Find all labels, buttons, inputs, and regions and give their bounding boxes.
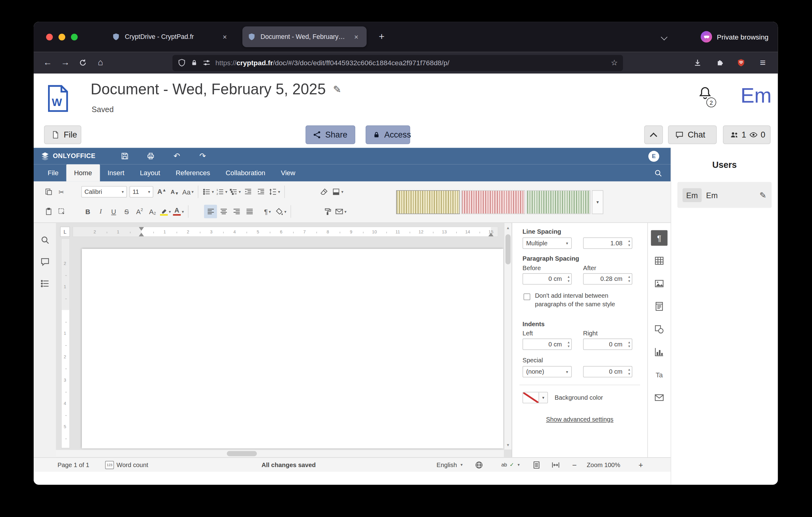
paragraph-shading-button[interactable]: ▾: [331, 185, 345, 198]
superscript-button[interactable]: A2: [133, 205, 146, 218]
numbering-button[interactable]: 12▾: [215, 185, 228, 198]
forward-button[interactable]: →: [56, 55, 74, 71]
vertical-ruler[interactable]: 21123456: [61, 239, 70, 449]
horizontal-scrollbar-thumb[interactable]: [227, 451, 257, 456]
page-indicator[interactable]: Page 1 of 1: [58, 458, 89, 472]
nonprinting-characters-button[interactable]: ¶▾: [261, 205, 274, 218]
mail-merge-settings-tab[interactable]: [651, 390, 668, 406]
menu-tab-layout[interactable]: Layout: [132, 164, 168, 182]
word-count-button[interactable]: 123Word count: [105, 458, 148, 472]
spell-check-toggle[interactable]: ab✓▾: [501, 458, 520, 472]
shading-fill-button[interactable]: ▾: [274, 205, 287, 218]
menu-tab-home[interactable]: Home: [66, 164, 100, 182]
bullets-button[interactable]: ▾: [201, 185, 215, 198]
downloads-button[interactable]: [689, 55, 706, 71]
font-color-button[interactable]: A▾: [172, 205, 185, 218]
increase-font-button[interactable]: A▲: [155, 185, 168, 198]
mail-merge-button[interactable]: ▾: [334, 205, 348, 218]
style-preview-heading[interactable]: [526, 190, 590, 214]
editor-user-avatar[interactable]: E: [648, 151, 659, 162]
spin-down-icon[interactable]: ▼: [628, 279, 631, 283]
scroll-down-icon[interactable]: ▼: [504, 441, 512, 448]
cut-button[interactable]: ✂: [55, 185, 68, 198]
zoom-level[interactable]: Zoom 100%: [587, 458, 620, 472]
new-tab-button[interactable]: +: [374, 29, 389, 45]
tab-cryptdrive[interactable]: CryptDrive - CryptPad.fr ×: [107, 26, 235, 47]
spin-up-icon[interactable]: ▲: [567, 340, 570, 344]
scroll-up-icon[interactable]: ▲: [504, 224, 512, 231]
url-text[interactable]: https://cryptpad.fr/doc/#/3/doc/edit/ff0…: [215, 59, 606, 66]
menu-tab-insert[interactable]: Insert: [100, 164, 132, 182]
chevron-down-icon[interactable]: ▾: [539, 392, 547, 403]
account-avatar[interactable]: Em: [741, 84, 772, 107]
line-spacing-button[interactable]: ▾: [268, 185, 281, 198]
maximize-window-button[interactable]: [71, 33, 78, 40]
align-center-button[interactable]: [217, 205, 230, 218]
increase-indent-button[interactable]: [255, 185, 268, 198]
presence-counters[interactable]: 1 0: [723, 126, 771, 144]
document-language-globe-icon[interactable]: [475, 458, 483, 472]
justify-button[interactable]: [243, 205, 256, 218]
share-button[interactable]: Share: [306, 126, 355, 144]
image-settings-tab[interactable]: [651, 276, 668, 291]
underline-button[interactable]: U: [107, 205, 120, 218]
spin-down-icon[interactable]: ▼: [567, 344, 570, 349]
spin-up-icon[interactable]: ▲: [628, 239, 631, 243]
align-left-button[interactable]: [204, 205, 217, 218]
copy-button[interactable]: [42, 185, 55, 198]
extensions-puzzle-icon[interactable]: [710, 55, 728, 71]
back-button[interactable]: ←: [39, 55, 57, 71]
advanced-settings-link[interactable]: Show advanced settings: [512, 416, 647, 423]
permissions-icon[interactable]: [203, 58, 211, 67]
zoom-out-button[interactable]: −: [572, 458, 577, 472]
spin-up-icon[interactable]: ▲: [628, 368, 631, 372]
menu-hamburger-icon[interactable]: ≡: [754, 55, 772, 71]
redo-icon[interactable]: ↷: [197, 151, 208, 162]
menu-tab-collaboration[interactable]: Collaboration: [218, 164, 273, 182]
style-preview-normal[interactable]: [396, 190, 460, 214]
horizontal-scrollbar[interactable]: [56, 449, 504, 457]
highlight-color-button[interactable]: ▾: [159, 205, 172, 218]
comments-icon[interactable]: [40, 257, 49, 267]
spin-down-icon[interactable]: ▼: [628, 243, 631, 247]
no-interval-checkbox[interactable]: [523, 293, 530, 300]
navigation-headings-icon[interactable]: [40, 279, 49, 288]
fit-width-button[interactable]: [552, 458, 560, 472]
url-bar[interactable]: https://cryptpad.fr/doc/#/3/doc/edit/ff0…: [173, 55, 623, 71]
spin-up-icon[interactable]: ▲: [628, 275, 631, 279]
paste-button[interactable]: [42, 205, 55, 218]
user-list-item[interactable]: Em Em ✎: [677, 182, 772, 208]
list-all-tabs-button[interactable]: [657, 30, 671, 44]
shape-settings-tab[interactable]: [651, 321, 668, 337]
multilevel-list-button[interactable]: ▾: [228, 185, 242, 198]
ublock-icon[interactable]: [732, 55, 750, 71]
tab-stop-selector[interactable]: L: [60, 227, 70, 237]
spin-up-icon[interactable]: ▲: [628, 340, 631, 344]
text-art-settings-tab[interactable]: Ta: [651, 367, 668, 383]
notifications-bell[interactable]: 2: [698, 86, 718, 109]
change-case-button[interactable]: Aa▾: [181, 185, 195, 198]
table-settings-tab[interactable]: [651, 253, 668, 269]
find-search-icon[interactable]: [40, 235, 49, 244]
decrease-font-button[interactable]: A▼: [168, 185, 181, 198]
fit-page-button[interactable]: [532, 458, 541, 472]
spacing-before-spinner[interactable]: 0 cm▲▼: [523, 273, 572, 284]
vertical-scrollbar-thumb[interactable]: [505, 234, 511, 264]
font-name-select[interactable]: Calibri▾: [81, 186, 127, 197]
indent-right-spinner[interactable]: 0 cm▲▼: [583, 338, 632, 350]
special-select[interactable]: (none)▾: [523, 366, 572, 377]
background-color-button[interactable]: ▾: [523, 392, 548, 403]
zoom-in-button[interactable]: +: [639, 458, 643, 472]
italic-button[interactable]: I: [94, 205, 107, 218]
left-indent-marker[interactable]: [139, 233, 144, 237]
bookmark-star-icon[interactable]: ☆: [611, 58, 618, 67]
font-size-select[interactable]: 11▾: [129, 186, 153, 197]
spin-down-icon[interactable]: ▼: [628, 344, 631, 349]
select-all-button[interactable]: [55, 205, 68, 218]
indent-left-spinner[interactable]: 0 cm▲▼: [523, 338, 572, 350]
tracking-shield-icon[interactable]: [178, 58, 186, 67]
close-tab-icon[interactable]: ×: [351, 31, 361, 42]
close-tab-icon[interactable]: ×: [220, 31, 230, 42]
menu-tab-file[interactable]: File: [40, 164, 66, 182]
search-icon[interactable]: [646, 164, 671, 182]
